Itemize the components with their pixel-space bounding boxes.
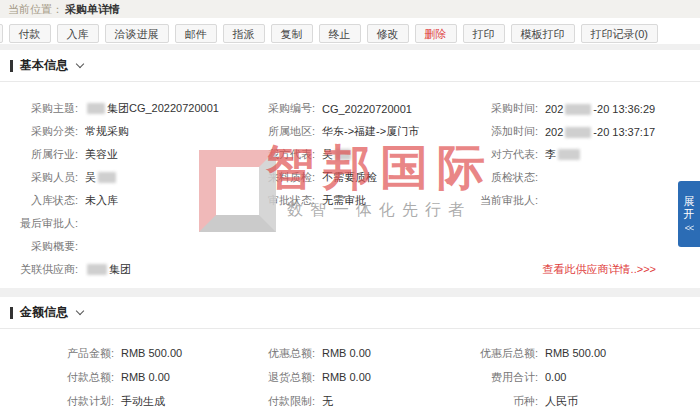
toolbar-button-modify[interactable]: 修改 bbox=[367, 24, 409, 43]
purchase-order-detail-page: 当前位置： 采购单详情 费用付款入库洽谈进展邮件指派复制终止修改删除打印模板打印… bbox=[0, 0, 700, 412]
toolbar-button-copy[interactable]: 复制 bbox=[271, 24, 313, 43]
field-row: 付款计划:手动生成 bbox=[0, 389, 245, 412]
field-row: 我方代表:吴 bbox=[240, 143, 455, 166]
field-row: 产品金额:RMB 500.00 bbox=[0, 341, 245, 365]
field-row: 当前审批人: bbox=[450, 189, 685, 212]
toolbar-button-print[interactable]: 打印 bbox=[463, 24, 505, 43]
chevron-down-icon[interactable] bbox=[76, 307, 84, 315]
toolbar-button-negotiation[interactable]: 洽谈进展 bbox=[105, 24, 169, 43]
redacted-text bbox=[87, 264, 107, 275]
field-value: 李 bbox=[545, 147, 582, 162]
field-row: 审批状态:无需审批 bbox=[240, 189, 455, 212]
field-row: 对方代表:李 bbox=[450, 143, 685, 166]
field-row: 采购人员:吴 bbox=[0, 166, 245, 189]
toolbar-button-delete[interactable]: 删除 bbox=[415, 24, 457, 43]
field-label: 对方代表: bbox=[450, 147, 538, 162]
field-label: 添加时间: bbox=[450, 124, 538, 139]
field-row: 费用合计:0.00 bbox=[450, 365, 685, 389]
field-value: 华东->福建->厦门市 bbox=[322, 124, 419, 139]
section-divider bbox=[0, 81, 700, 82]
field-row: 质检状态: bbox=[450, 166, 685, 189]
expand-tab-label: 展开 bbox=[683, 195, 695, 221]
basic-info-section: 基本信息 采购主题:集团CG_20220720001采购分类:常规采购所属行业:… bbox=[0, 50, 700, 288]
amount-info-header[interactable]: 金额信息 bbox=[0, 297, 700, 328]
toolbar-button-fee[interactable]: 费用 bbox=[0, 24, 3, 43]
field-row: 最后审批人: bbox=[0, 212, 245, 235]
field-value: RMB 0.00 bbox=[121, 371, 170, 383]
redacted-text bbox=[87, 103, 105, 114]
toolbar-button-template-print[interactable]: 模板打印 bbox=[511, 24, 575, 43]
amount-info-section: 金额信息 产品金额:RMB 500.00付款总额:RMB 0.00付款计划:手动… bbox=[0, 297, 700, 412]
toolbar-button-inbound[interactable]: 入库 bbox=[57, 24, 99, 43]
field-value: 202-20 13:37:17 bbox=[545, 126, 655, 138]
field-value: 人民币 bbox=[545, 394, 578, 409]
field-label: 付款限制: bbox=[240, 394, 315, 409]
field-label: 我方代表: bbox=[240, 147, 315, 162]
redacted-text bbox=[565, 104, 591, 115]
field-row: 采购概要: bbox=[0, 235, 245, 258]
field-label: 产品金额: bbox=[0, 346, 114, 361]
field-label: 所属行业: bbox=[0, 147, 78, 162]
field-label: 入库状态: bbox=[0, 193, 78, 208]
breadcrumb-current: 采购单详情 bbox=[65, 2, 120, 17]
basic-info-col2: 采购编号:CG_20220720001所属地区:华东->福建->厦门市我方代表:… bbox=[240, 97, 455, 212]
basic-info-col3: 采购时间:202-20 13:36:29添加时间:202-20 13:37:17… bbox=[450, 97, 685, 212]
field-row: 退货总额:RMB 0.00 bbox=[240, 365, 455, 389]
field-label: 优惠后总额: bbox=[450, 346, 538, 361]
field-label: 采购概要: bbox=[0, 239, 78, 254]
field-label: 优惠总额: bbox=[240, 346, 315, 361]
field-row: 采购分类:常规采购 bbox=[0, 120, 245, 143]
field-value: 美容业 bbox=[85, 147, 118, 162]
chevron-down-icon[interactable] bbox=[76, 60, 84, 68]
field-value: CG_20220720001 bbox=[322, 103, 412, 115]
basic-info-header[interactable]: 基本信息 bbox=[0, 50, 700, 81]
section-divider bbox=[0, 328, 700, 329]
field-value: RMB 500.00 bbox=[121, 347, 182, 359]
section-accent-bar bbox=[10, 60, 13, 72]
field-label: 关联供应商: bbox=[0, 262, 78, 277]
toolbar-button-assign[interactable]: 指派 bbox=[223, 24, 265, 43]
field-row: 优惠后总额:RMB 500.00 bbox=[450, 341, 685, 365]
field-label: 采购主题: bbox=[0, 101, 78, 116]
field-row: 来料质检:不需要质检 bbox=[240, 166, 455, 189]
amount-info-col1: 产品金额:RMB 500.00付款总额:RMB 0.00付款计划:手动生成 bbox=[0, 341, 245, 412]
double-left-arrow-icon: << bbox=[685, 223, 694, 233]
field-label: 采购时间: bbox=[450, 101, 538, 116]
field-value: 0.00 bbox=[545, 371, 566, 383]
field-row: 入库状态:未入库 bbox=[0, 189, 245, 212]
field-row: 所属地区:华东->福建->厦门市 bbox=[240, 120, 455, 143]
basic-info-title: 基本信息 bbox=[20, 57, 68, 74]
field-row: 添加时间:202-20 13:37:17 bbox=[450, 120, 685, 143]
field-label: 最后审批人: bbox=[0, 216, 78, 231]
view-supplier-detail-link[interactable]: 查看此供应商详情..>>> bbox=[543, 262, 656, 277]
section-accent-bar bbox=[10, 307, 13, 319]
field-row: 采购时间:202-20 13:36:29 bbox=[450, 97, 685, 120]
redacted-text bbox=[98, 172, 116, 183]
toolbar-button-terminate[interactable]: 终止 bbox=[319, 24, 361, 43]
field-value: 未入库 bbox=[85, 193, 118, 208]
amount-info-col3: 优惠后总额:RMB 500.00费用合计:0.00币种:人民币 bbox=[450, 341, 685, 412]
toolbar-button-payment[interactable]: 付款 bbox=[9, 24, 51, 43]
field-label: 所属地区: bbox=[240, 124, 315, 139]
redacted-text bbox=[558, 149, 580, 160]
field-label: 费用合计: bbox=[450, 370, 538, 385]
field-row: 优惠总额:RMB 0.00 bbox=[240, 341, 455, 365]
redacted-text bbox=[565, 127, 591, 138]
field-value: 吴 bbox=[322, 147, 353, 162]
expand-collapse-tab[interactable]: 展开 << bbox=[678, 181, 700, 247]
breadcrumb-prefix: 当前位置： bbox=[8, 2, 63, 17]
toolbar-button-mail[interactable]: 邮件 bbox=[175, 24, 217, 43]
field-label: 质检状态: bbox=[450, 170, 538, 185]
field-label: 来料质检: bbox=[240, 170, 315, 185]
field-value: RMB 0.00 bbox=[322, 347, 371, 359]
field-row: 所属行业:美容业 bbox=[0, 143, 245, 166]
field-label: 当前审批人: bbox=[450, 193, 538, 208]
field-row: 付款限制:无 bbox=[240, 389, 455, 412]
field-row: 付款总额:RMB 0.00 bbox=[0, 365, 245, 389]
field-value: RMB 0.00 bbox=[322, 371, 371, 383]
field-value: 吴 bbox=[85, 170, 118, 185]
field-value: 集团 bbox=[85, 262, 131, 277]
field-label: 付款计划: bbox=[0, 394, 114, 409]
field-row: 币种:人民币 bbox=[450, 389, 685, 412]
toolbar-button-print-records[interactable]: 打印记录(0) bbox=[581, 24, 658, 43]
